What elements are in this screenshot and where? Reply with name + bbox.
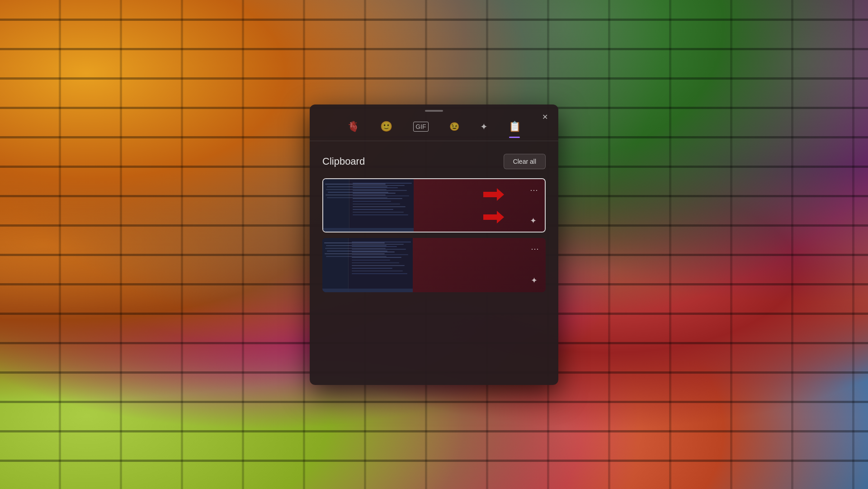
tab-bar: 🫀 🙂 GIF 😉 ✦ 📋: [310, 114, 558, 137]
item-1-thumb-ui: [323, 179, 414, 232]
arrow-bottom-icon: [483, 211, 504, 223]
tab-emoji[interactable]: 🙂: [377, 118, 396, 135]
tab-gif[interactable]: GIF: [410, 119, 432, 134]
close-button[interactable]: ✕: [538, 110, 552, 124]
clipboard-title: Clipboard: [322, 156, 365, 167]
kaomoji-icon: 🫀: [347, 121, 359, 133]
clipboard-item-1[interactable]: ⋯ ✦: [322, 178, 546, 233]
item-2-pin-button[interactable]: ✦: [528, 274, 540, 287]
drag-bar: [425, 110, 443, 112]
clipboard-header: Clipboard Clear all: [322, 154, 546, 169]
item-1-arrow-top: [483, 188, 504, 201]
clipboard-panel: ✕ 🫀 🙂 GIF 😉 ✦ 📋 Clipboard Clear all: [310, 104, 558, 385]
svg-marker-0: [483, 188, 504, 201]
item-1-arrow-bottom: [483, 211, 504, 223]
tab-divider: [310, 141, 558, 141]
gif-icon: GIF: [413, 122, 428, 132]
clipboard-icon: 📋: [509, 121, 521, 133]
emoji-icon: 🙂: [380, 121, 392, 133]
tab-kaomoji[interactable]: 🫀: [344, 118, 363, 135]
tab-kaomoji2[interactable]: 😉: [446, 119, 463, 134]
item-1-thumbnail: [323, 179, 414, 232]
panel-content: Clipboard Clear all: [310, 145, 558, 385]
svg-marker-1: [483, 211, 504, 223]
item-2-more-button[interactable]: ⋯: [528, 242, 541, 255]
tab-special-chars[interactable]: ✦: [476, 119, 491, 135]
item-2-thumbnail: [322, 238, 413, 292]
item-1-content: ⋯ ✦: [414, 179, 545, 232]
clipboard-item-2[interactable]: ⋯ ✦: [322, 238, 546, 292]
item-2-thumb-ui: [322, 238, 413, 292]
tab-clipboard[interactable]: 📋: [505, 118, 524, 135]
tab-active-indicator: [509, 137, 520, 138]
item-2-content: ⋯ ✦: [413, 238, 546, 292]
clear-all-button[interactable]: Clear all: [504, 154, 546, 169]
item-1-more-button[interactable]: ⋯: [528, 184, 540, 196]
special-chars-icon: ✦: [480, 121, 488, 132]
kaomoji2-icon: 😉: [449, 122, 459, 131]
item-1-pin-button[interactable]: ✦: [527, 214, 539, 227]
drag-handle[interactable]: [310, 104, 558, 114]
arrow-top-icon: [483, 188, 504, 201]
